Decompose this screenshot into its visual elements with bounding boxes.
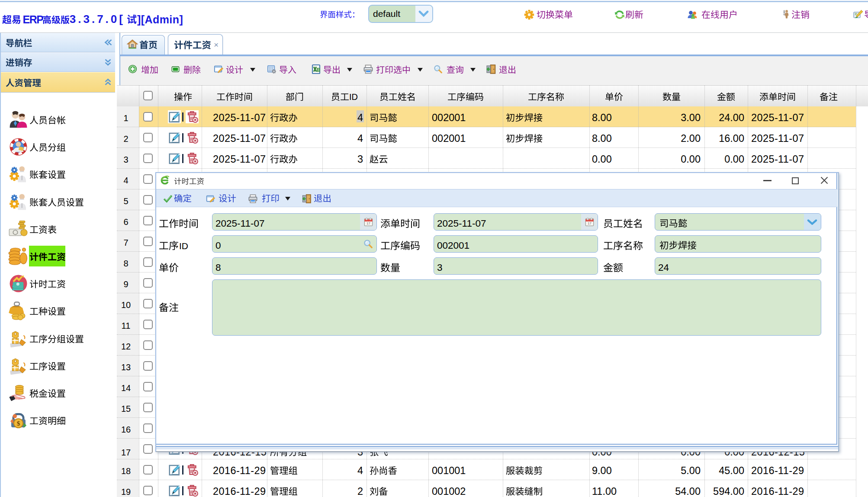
svg-text:17: 17 [588, 221, 592, 225]
svg-text:$: $ [17, 420, 20, 427]
svg-text:17: 17 [366, 221, 370, 225]
